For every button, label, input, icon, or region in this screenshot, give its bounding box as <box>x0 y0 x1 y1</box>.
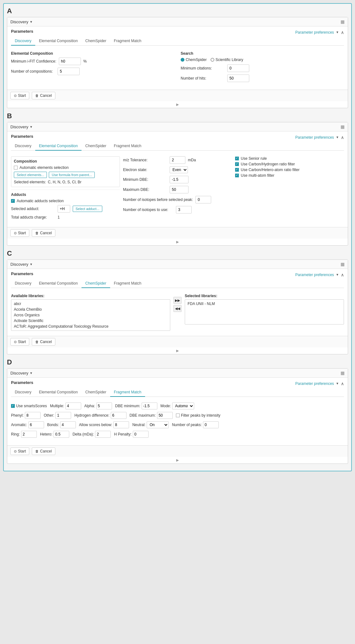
allow-scores-input[interactable] <box>113 421 129 428</box>
select-elements-btn[interactable]: Select elements... <box>14 172 47 178</box>
mz-tolerance-label: m/z Tolerance: <box>123 158 167 162</box>
select-adduct-btn[interactable]: Select adduct... <box>73 206 102 212</box>
param-pref-link-a[interactable]: Parameter preferences <box>295 30 334 35</box>
auto-elements-checkbox[interactable] <box>14 166 18 169</box>
min-ifit-input[interactable] <box>59 58 81 65</box>
tab-c-fragment[interactable]: Fragment Match <box>110 279 145 288</box>
lib-item-activate[interactable]: Activate Scientific <box>13 318 169 324</box>
h-diff-input[interactable] <box>111 412 127 419</box>
dbe-max-input[interactable] <box>157 412 173 419</box>
discovery-dropdown-arrow-b[interactable]: ▼ <box>30 125 33 129</box>
param-pref-arrow-a[interactable]: ▼ <box>336 31 339 34</box>
tab-c-elemental[interactable]: Elemental Composition <box>35 279 82 288</box>
auto-adducts-checkbox[interactable] <box>11 199 15 203</box>
tab-a-elemental[interactable]: Elemental Composition <box>35 37 82 46</box>
mode-select[interactable]: Automatic Manual <box>172 402 194 409</box>
cancel-btn-a[interactable]: 🗑 Cancel <box>32 92 55 99</box>
discovery-dropdown-b[interactable]: Discovery <box>10 125 28 129</box>
tab-b-fragment[interactable]: Fragment Match <box>110 142 145 151</box>
radio-chemspider[interactable]: ChemSpider <box>181 58 207 62</box>
bonds-input[interactable] <box>60 421 76 428</box>
discovery-dropdown-a[interactable]: Discovery <box>10 19 28 24</box>
selected-adduct-input[interactable] <box>58 205 70 213</box>
start-btn-a[interactable]: ⊙ Start <box>10 92 29 99</box>
phenyl-group: Phenyl: <box>11 412 41 419</box>
discovery-dropdown-arrow-a[interactable]: ▼ <box>30 20 33 24</box>
phenyl-input[interactable] <box>25 412 41 419</box>
tab-b-elemental[interactable]: Elemental Composition <box>35 142 82 151</box>
tab-d-discovery[interactable]: Discovery <box>11 388 35 397</box>
available-lib-list[interactable]: abcr Accela ChemBio Acros Organics Activ… <box>11 299 170 331</box>
other-input[interactable] <box>55 412 71 419</box>
neutral-select[interactable]: On Off <box>147 421 169 428</box>
lib-item-acros[interactable]: Acros Organics <box>13 312 169 318</box>
delta-input[interactable] <box>95 431 111 438</box>
tab-d-fragment[interactable]: Fragment Match <box>110 388 145 397</box>
ring-input[interactable] <box>21 431 37 438</box>
selected-lib-fda[interactable]: FDA UNII - NLM <box>186 301 342 307</box>
hetero-input[interactable] <box>54 431 69 438</box>
cancel-btn-b[interactable]: 🗑 Cancel <box>32 229 55 237</box>
filter-multi-check[interactable] <box>235 174 239 177</box>
tab-a-discovery[interactable]: Discovery <box>11 37 35 46</box>
param-pref-link-d[interactable]: Parameter preferences <box>295 381 334 386</box>
discovery-dropdown-arrow-c[interactable]: ▼ <box>30 263 33 266</box>
collapse-btn-d[interactable]: ∧ <box>341 381 344 386</box>
add-library-btn[interactable]: ▶▶ <box>173 297 182 304</box>
num-hits-input[interactable] <box>227 75 249 82</box>
collapse-btn-b[interactable]: ∧ <box>341 135 344 140</box>
tab-b-chemspider[interactable]: ChemSpider <box>82 142 110 151</box>
filter-senior-check[interactable] <box>235 157 239 160</box>
collapse-btn-c[interactable]: ∧ <box>341 272 344 277</box>
dbe-min-input[interactable] <box>142 402 157 409</box>
discovery-dropdown-d[interactable]: Discovery <box>10 371 28 375</box>
param-pref-arrow-c[interactable]: ▼ <box>336 273 339 276</box>
num-comp-input[interactable] <box>58 68 80 75</box>
start-label-b: Start <box>18 231 26 235</box>
num-peaks-input[interactable] <box>203 421 219 428</box>
radio-scilib[interactable]: Scientific Library <box>211 58 243 62</box>
max-dbe-input[interactable] <box>170 186 189 193</box>
param-pref-link-c[interactable]: Parameter preferences <box>295 273 334 277</box>
collapse-btn-a[interactable]: ∧ <box>341 30 344 35</box>
tab-c-discovery[interactable]: Discovery <box>11 279 35 288</box>
tab-a-chemspider[interactable]: ChemSpider <box>82 37 110 46</box>
use-formula-btn[interactable]: Use formula from parent... <box>49 172 95 178</box>
isotopes-before-input[interactable] <box>195 196 211 203</box>
start-btn-b[interactable]: ⊙ Start <box>10 229 29 237</box>
filter-hetero-check[interactable] <box>235 168 239 172</box>
cancel-btn-d[interactable]: 🗑 Cancel <box>32 447 55 455</box>
aromatic-input[interactable] <box>28 421 44 428</box>
cancel-btn-c[interactable]: 🗑 Cancel <box>32 338 55 346</box>
selected-lib-list[interactable]: FDA UNII - NLM <box>185 299 344 325</box>
alpha-input[interactable] <box>96 402 112 409</box>
tab-c-chemspider[interactable]: ChemSpider <box>82 279 110 288</box>
tab-a-fragment[interactable]: Fragment Match <box>110 37 145 46</box>
start-btn-d[interactable]: ⊙ Start <box>10 447 29 455</box>
filter-peaks-checkbox[interactable] <box>176 414 180 417</box>
min-dbe-input[interactable] <box>170 176 189 183</box>
filter-ch-check[interactable] <box>235 162 239 166</box>
param-pref-arrow-b[interactable]: ▼ <box>336 136 339 139</box>
lib-item-actor[interactable]: ACToR: Aggregated Computational Toxicolo… <box>13 324 169 329</box>
min-citations-input[interactable] <box>227 64 249 72</box>
remove-library-btn[interactable]: ◀◀ <box>173 305 182 312</box>
start-btn-c[interactable]: ⊙ Start <box>10 338 29 346</box>
multiple-input[interactable] <box>65 402 81 409</box>
electron-state-select[interactable]: Even Odd <box>170 166 188 173</box>
smartscores-checkbox[interactable] <box>11 404 15 408</box>
isotopes-use-input[interactable] <box>176 206 192 214</box>
discovery-dropdown-c[interactable]: Discovery <box>10 262 28 267</box>
h-penalty-input[interactable] <box>133 431 149 438</box>
tab-b-discovery[interactable]: Discovery <box>11 142 35 151</box>
discovery-dropdown-arrow-d[interactable]: ▼ <box>30 371 33 375</box>
tab-d-chemspider[interactable]: ChemSpider <box>82 388 110 397</box>
param-pref-link-b[interactable]: Parameter preferences <box>295 135 334 140</box>
lib-item-abcr[interactable]: abcr <box>13 301 169 307</box>
mz-tolerance-input[interactable] <box>170 156 185 164</box>
h-diff-label: Hydrogen difference: <box>74 413 109 418</box>
search-subtitle-a: Search <box>181 51 344 56</box>
param-pref-arrow-d[interactable]: ▼ <box>336 382 339 385</box>
tab-d-elemental[interactable]: Elemental Composition <box>35 388 82 397</box>
lib-item-accela[interactable]: Accela ChemBio <box>13 307 169 312</box>
